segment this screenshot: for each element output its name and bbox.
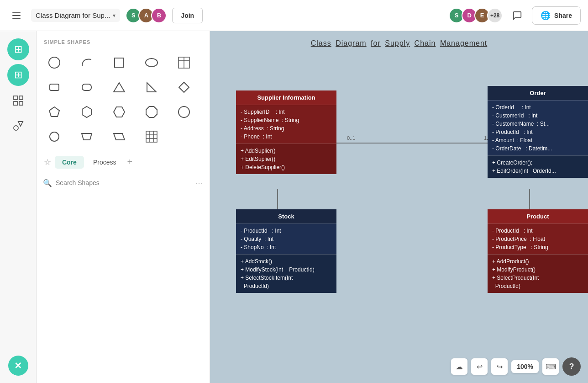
favorite-icon[interactable]: ☆ xyxy=(42,155,53,169)
share-label: Share xyxy=(554,12,572,19)
avatar-count: +28 xyxy=(487,8,503,23)
shape-circle[interactable] xyxy=(44,52,65,73)
svg-marker-19 xyxy=(49,107,59,117)
help-button[interactable]: ? xyxy=(562,357,581,376)
tab-core[interactable]: Core xyxy=(55,156,84,169)
svg-marker-18 xyxy=(179,82,189,92)
shape-diamond[interactable] xyxy=(173,77,194,98)
stock-header: Stock xyxy=(236,209,336,223)
search-input[interactable] xyxy=(56,179,191,186)
shape-table[interactable] xyxy=(173,52,194,73)
title-word-supply: Supply xyxy=(385,39,410,47)
shape-tabs-row: ☆ Core Process + xyxy=(37,151,210,173)
title-word-diagram: Diagram xyxy=(336,39,366,47)
keyboard-icon[interactable]: ⌨ xyxy=(542,358,559,375)
svg-point-10 xyxy=(146,59,158,67)
shape-parallelogram[interactable] xyxy=(109,126,130,147)
shape-trapezoid[interactable] xyxy=(76,126,97,147)
redo-button[interactable]: ↪ xyxy=(491,358,508,375)
product-box[interactable]: Product - ProductId : Int - ProductPrice… xyxy=(488,209,588,293)
svg-rect-6 xyxy=(19,101,23,105)
sidebar-icon-grid2[interactable]: ⊞ xyxy=(7,64,29,86)
share-button[interactable]: 🌐 Share xyxy=(532,6,581,25)
shape-hexagon2[interactable] xyxy=(109,101,130,122)
svg-rect-3 xyxy=(14,96,17,100)
shape-triangle[interactable] xyxy=(109,77,130,98)
svg-point-8 xyxy=(49,57,60,68)
supplier-header: Supplier Information xyxy=(236,90,336,105)
title-word-class: Class xyxy=(311,39,331,47)
globe-icon: 🌐 xyxy=(541,11,551,21)
order-box[interactable]: Order - OrderId : Int - CustomerId : Int… xyxy=(488,86,588,178)
search-bar: 🔍 ⋯ xyxy=(37,173,210,192)
order-methods: + CreateOrder(); + EditOrder(Int OrderId… xyxy=(488,155,588,178)
menu-button[interactable] xyxy=(7,6,26,25)
header: Class Diagram for Sup... ▾ S A B Join S … xyxy=(0,0,588,31)
supplier-methods: + AddSuplier() + EditSuplier() + DeleteS… xyxy=(236,144,336,174)
shapes-grid xyxy=(37,48,210,151)
sidebar: ⊞ ⊞ ✕ xyxy=(0,31,37,383)
shape-ellipse[interactable] xyxy=(141,52,162,73)
diagram-title: Class Diagram for Supply Chain Managemen… xyxy=(210,39,588,48)
cloud-icon[interactable]: ☁ xyxy=(451,358,467,375)
svg-rect-9 xyxy=(115,58,124,67)
sidebar-icon-grid1[interactable]: ⊞ xyxy=(7,38,29,60)
main-area: ⊞ ⊞ ✕ SIMPLE SHAPES xyxy=(0,31,588,383)
join-button[interactable]: Join xyxy=(172,8,203,23)
stock-attributes: - ProductId : Int - Quatity : Int - Shop… xyxy=(236,223,336,254)
shape-hexagon[interactable] xyxy=(76,101,97,122)
svg-marker-21 xyxy=(114,107,125,117)
shape-square[interactable] xyxy=(109,52,130,73)
shape-circle3[interactable] xyxy=(44,126,65,147)
title-word-chain: Chain xyxy=(415,39,436,47)
title-word-for: for xyxy=(371,39,381,47)
svg-point-23 xyxy=(178,106,189,117)
doc-title-area[interactable]: Class Diagram for Sup... ▾ xyxy=(31,9,120,22)
stock-box[interactable]: Stock - ProductId : Int - Quatity : Int … xyxy=(236,209,336,293)
sidebar-icon-grid3[interactable] xyxy=(7,90,29,112)
supplier-attributes: - SupplierID : Int - SupplierName : Stri… xyxy=(236,105,336,144)
shape-pentagon[interactable] xyxy=(44,101,65,122)
svg-marker-26 xyxy=(114,133,125,140)
shape-grid[interactable] xyxy=(141,126,162,147)
svg-rect-15 xyxy=(82,84,91,90)
shape-arc[interactable] xyxy=(76,52,97,73)
chevron-down-icon: ▾ xyxy=(113,12,116,19)
sidebar-icon-shapes[interactable] xyxy=(7,115,29,137)
comment-button[interactable] xyxy=(508,6,526,25)
more-options-icon[interactable]: ⋯ xyxy=(195,178,203,188)
svg-marker-20 xyxy=(82,106,91,117)
zoom-level: 100% xyxy=(511,360,539,373)
search-icon: 🔍 xyxy=(43,179,52,187)
stock-methods: + AddStock() + ModifyStock(Int ProductId… xyxy=(236,254,336,293)
shapes-panel: SIMPLE SHAPES xyxy=(37,31,210,383)
shape-circle2[interactable] xyxy=(173,101,194,122)
canvas-area[interactable]: Class Diagram for Supply Chain Managemen… xyxy=(210,31,588,383)
shape-rounded-rect[interactable] xyxy=(44,77,65,98)
tab-process[interactable]: Process xyxy=(86,156,124,169)
bottom-toolbar: ☁ ↩ ↪ 100% ⌨ ? xyxy=(451,357,581,376)
undo-button[interactable]: ↩ xyxy=(471,358,488,375)
svg-marker-22 xyxy=(146,106,157,117)
doc-title: Class Diagram for Sup... xyxy=(36,11,110,19)
svg-text:0..1: 0..1 xyxy=(347,135,355,141)
header-avatars-right: S D E +28 xyxy=(449,8,503,23)
svg-rect-5 xyxy=(14,101,17,105)
shape-right-triangle[interactable] xyxy=(141,77,162,98)
svg-rect-27 xyxy=(146,131,157,142)
supplier-box[interactable]: Supplier Information - SupplierID : Int … xyxy=(236,90,336,174)
add-tab-button[interactable]: + xyxy=(125,155,134,169)
svg-marker-17 xyxy=(147,83,156,92)
shape-rounded-rect2[interactable] xyxy=(76,77,97,98)
connectors-svg: 0..1 1..* xyxy=(210,31,588,383)
title-word-management: Management xyxy=(440,39,487,47)
svg-point-24 xyxy=(50,132,59,141)
product-header: Product xyxy=(488,209,588,223)
avatar: B xyxy=(151,8,167,23)
shape-octagon[interactable] xyxy=(141,101,162,122)
header-avatars: S A B xyxy=(126,8,167,23)
svg-point-7 xyxy=(14,126,18,130)
svg-rect-14 xyxy=(50,84,59,90)
svg-marker-25 xyxy=(82,133,92,140)
sidebar-close-button[interactable]: ✕ xyxy=(8,356,28,376)
